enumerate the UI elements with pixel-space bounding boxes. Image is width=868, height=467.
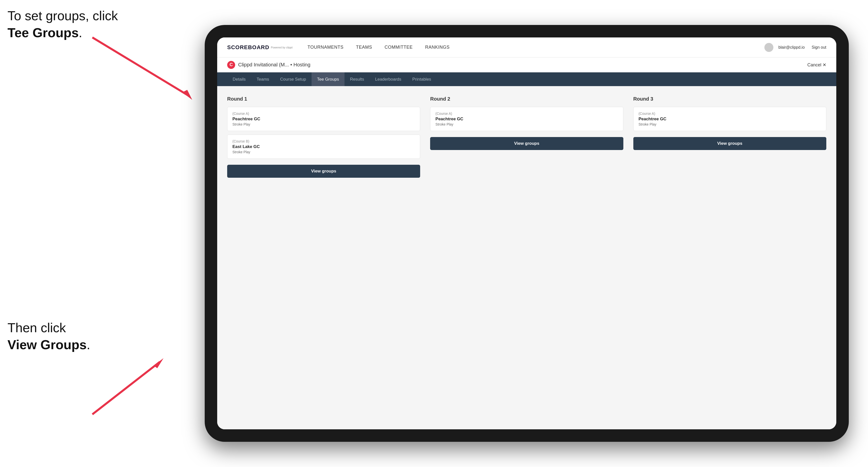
round-2-course-a-format: Stroke Play (435, 122, 618, 126)
instruction-bottom-suffix: . (87, 338, 90, 352)
tab-details[interactable]: Details (227, 72, 251, 86)
tab-printables[interactable]: Printables (407, 72, 437, 86)
round-2-course-a-label: (Course A) (435, 112, 618, 116)
tournament-icon: C (227, 61, 235, 69)
instruction-bottom-line1: Then click (7, 320, 66, 335)
round-3-course-a-label: (Course A) (639, 112, 821, 116)
instruction-bottom-bold: View Groups (7, 338, 87, 352)
tab-bar: Details Teams Course Setup Tee Groups Re… (217, 72, 836, 86)
tab-tee-groups[interactable]: Tee Groups (312, 72, 344, 86)
user-avatar (765, 43, 773, 52)
round-3-course-a-name: Peachtree GC (639, 117, 821, 122)
nav-teams[interactable]: TEAMS (356, 45, 372, 50)
nav-rankings[interactable]: RANKINGS (425, 45, 450, 50)
svg-line-2 (92, 362, 160, 414)
cancel-button[interactable]: Cancel ✕ (807, 62, 826, 68)
svg-marker-3 (154, 358, 163, 368)
round-3-title: Round 3 (633, 96, 826, 102)
nav-tournaments[interactable]: TOURNAMENTS (308, 45, 343, 50)
rounds-grid: Round 1 (Course A) Peachtree GC Stroke P… (227, 96, 826, 178)
nav-bar: SCOREBOARD Powered by clippt TOURNAMENTS… (217, 37, 836, 57)
logo-text: SCOREBOARD (227, 44, 269, 51)
round-3-view-groups-button[interactable]: View groups (633, 137, 826, 150)
round-2-column: Round 2 (Course A) Peachtree GC Stroke P… (430, 96, 623, 178)
round-1-column: Round 1 (Course A) Peachtree GC Stroke P… (227, 96, 420, 178)
tablet-screen: SCOREBOARD Powered by clippt TOURNAMENTS… (217, 37, 836, 429)
round-1-course-a-card: (Course A) Peachtree GC Stroke Play (227, 107, 420, 131)
main-content: Round 1 (Course A) Peachtree GC Stroke P… (217, 86, 836, 429)
round-3-course-a-format: Stroke Play (639, 122, 821, 126)
round-1-course-b-card: (Course B) East Lake GC Stroke Play (227, 134, 420, 159)
tournament-name: Clippd Invitational (M... • Hosting (238, 62, 807, 68)
user-email: blair@clippd.io (778, 45, 805, 50)
round-1-course-b-label: (Course B) (232, 139, 415, 143)
round-1-course-a-format: Stroke Play (232, 122, 415, 126)
round-1-course-b-name: East Lake GC (232, 144, 415, 149)
round-2-title: Round 2 (430, 96, 623, 102)
tab-teams[interactable]: Teams (251, 72, 275, 86)
round-2-view-groups-button[interactable]: View groups (430, 137, 623, 150)
arrow-top (80, 32, 205, 107)
round-3-column: Round 3 (Course A) Peachtree GC Stroke P… (633, 96, 826, 178)
arrow-bottom (80, 352, 175, 422)
instruction-top-bold: Tee Groups (7, 26, 79, 40)
sign-out-link[interactable]: Sign out (812, 45, 826, 50)
nav-links: TOURNAMENTS TEAMS COMMITTEE RANKINGS (308, 45, 765, 50)
logo-area: SCOREBOARD Powered by clippt (227, 44, 292, 51)
round-2-course-a-name: Peachtree GC (435, 117, 618, 122)
round-1-course-b-format: Stroke Play (232, 150, 415, 154)
tab-leaderboards[interactable]: Leaderboards (370, 72, 407, 86)
sub-header: C Clippd Invitational (M... • Hosting Ca… (217, 57, 836, 72)
round-3-course-a-card: (Course A) Peachtree GC Stroke Play (633, 107, 826, 131)
tablet-shell: SCOREBOARD Powered by clippt TOURNAMENTS… (205, 25, 849, 442)
nav-committee[interactable]: COMMITTEE (384, 45, 413, 50)
round-1-title: Round 1 (227, 96, 420, 102)
round-2-course-a-card: (Course A) Peachtree GC Stroke Play (430, 107, 623, 131)
instruction-top-line1: To set groups, click (7, 8, 118, 23)
svg-line-0 (92, 37, 187, 95)
round-1-course-a-label: (Course A) (232, 112, 415, 116)
round-1-course-a-name: Peachtree GC (232, 117, 415, 122)
tab-course-setup[interactable]: Course Setup (275, 72, 312, 86)
round-1-view-groups-button[interactable]: View groups (227, 165, 420, 178)
nav-right: blair@clippd.io Sign out (765, 43, 826, 52)
instruction-bottom: Then click View Groups. (7, 319, 90, 353)
tab-results[interactable]: Results (344, 72, 370, 86)
svg-marker-1 (182, 90, 192, 100)
logo-sub: Powered by clippt (271, 46, 292, 49)
